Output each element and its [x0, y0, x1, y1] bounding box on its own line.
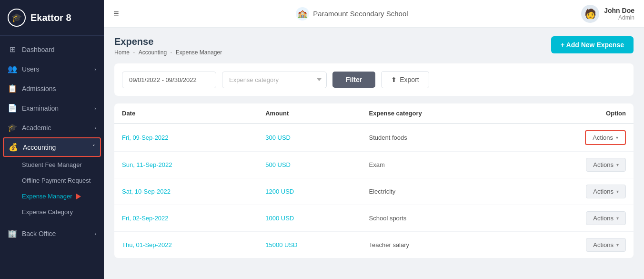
dropdown-arrow-icon: ▾: [616, 189, 619, 194]
export-icon: ⬆: [391, 76, 397, 83]
sidebar-item-student-fee-manager[interactable]: Student Fee Manager: [0, 157, 104, 173]
school-name-area: 🏫 Paramount Secondary School: [129, 7, 576, 21]
table-row: Fri, 09-Sep-2022300 USDStudent foodsActi…: [114, 124, 634, 152]
cell-category: School sports: [362, 205, 511, 232]
expense-table-card: Date Amount Expense category Option Fri,…: [114, 103, 634, 258]
submenu-label: Student Fee Manager: [22, 161, 82, 168]
submenu-label: Expense Category: [22, 208, 73, 216]
examination-icon: 📄: [8, 103, 17, 113]
app-logo[interactable]: 🎓 Ekattor 8: [0, 0, 104, 36]
dropdown-arrow-icon: ▾: [616, 162, 619, 167]
actions-button[interactable]: Actions ▾: [586, 211, 626, 225]
cell-actions: Actions ▾: [511, 178, 634, 205]
cell-date[interactable]: Thu, 01-Sep-2022: [114, 232, 258, 258]
cell-date[interactable]: Sun, 11-Sep-2022: [114, 152, 258, 178]
chevron-right-icon: ›: [94, 125, 96, 131]
table-row: Thu, 01-Sep-202215000 USDTeacher salaryA…: [114, 232, 634, 258]
cell-actions: Actions ▾: [511, 124, 634, 152]
actions-button[interactable]: Actions ▾: [586, 158, 626, 172]
sidebar-item-dashboard[interactable]: ⊞ Dashboard: [0, 40, 104, 59]
amount-value: 300 USD: [265, 134, 291, 141]
school-icon: 🏫: [296, 7, 309, 21]
cell-amount: 15000 USD: [258, 232, 361, 258]
breadcrumb-home: Home: [114, 49, 130, 56]
cell-amount: 1200 USD: [258, 178, 361, 205]
app-name: Ekattor 8: [30, 12, 71, 23]
sidebar-item-label: Academic: [22, 124, 51, 132]
filter-button[interactable]: Filter: [332, 72, 375, 88]
sidebar-item-back-office[interactable]: 🏢 Back Office ›: [0, 224, 104, 243]
sidebar-item-label: Admissions: [22, 85, 56, 93]
col-amount: Amount: [258, 103, 361, 124]
amount-value: 1000 USD: [265, 215, 294, 222]
back-office-icon: 🏢: [8, 229, 17, 238]
sidebar-item-label: Dashboard: [22, 46, 55, 53]
cell-actions: Actions ▾: [511, 152, 634, 178]
sidebar-item-academic[interactable]: 🎓 Academic ›: [0, 118, 104, 137]
actions-button[interactable]: Actions ▾: [586, 185, 626, 198]
users-icon: 👥: [8, 64, 17, 73]
sidebar-item-accounting[interactable]: 💰 Accounting ˅: [3, 137, 101, 157]
sidebar-item-admissions[interactable]: 📋 Admissions: [0, 79, 104, 98]
admissions-icon: 📋: [8, 84, 17, 93]
active-arrow-icon: [76, 194, 81, 199]
logo-icon: 🎓: [8, 9, 26, 27]
user-profile[interactable]: 🧑 John Doe Admin: [581, 5, 634, 23]
page-title-area: Expense Home - Accounting - Expense Mana…: [114, 36, 222, 56]
actions-button[interactable]: Actions ▾: [586, 238, 626, 252]
col-category: Expense category: [362, 103, 511, 124]
chevron-right-icon: ›: [94, 231, 96, 237]
sidebar-item-expense-manager[interactable]: Expense Manager: [0, 188, 104, 204]
sidebar-menu: ⊞ Dashboard 👥 Users › 📋 Admissions 📄 Exa…: [0, 36, 104, 279]
date-link[interactable]: Fri, 02-Sep-2022: [122, 215, 169, 222]
table-row: Fri, 02-Sep-20221000 USDSchool sportsAct…: [114, 205, 634, 232]
actions-button[interactable]: Actions ▾: [585, 130, 626, 145]
user-role: Admin: [604, 14, 634, 21]
date-link[interactable]: Sat, 10-Sep-2022: [122, 188, 171, 195]
dropdown-arrow-icon: ▾: [616, 135, 618, 140]
chevron-right-icon: ›: [94, 105, 96, 111]
hamburger-button[interactable]: ≡: [113, 8, 119, 19]
breadcrumb-current: Expense Manager: [176, 49, 222, 56]
topbar: ≡ 🏫 Paramount Secondary School 🧑 John Do…: [104, 0, 644, 28]
date-link[interactable]: Thu, 01-Sep-2022: [122, 241, 172, 248]
table-header: Date Amount Expense category Option: [114, 103, 634, 124]
date-range-input[interactable]: [122, 72, 216, 88]
category-select[interactable]: Expense category: [222, 72, 327, 88]
page-title: Expense: [114, 36, 222, 47]
amount-value: 500 USD: [265, 161, 291, 168]
add-new-expense-button[interactable]: + Add New Expense: [551, 36, 634, 53]
sidebar: 🎓 Ekattor 8 ⊞ Dashboard 👥 Users › 📋 Admi…: [0, 0, 104, 279]
amount-value: 15000 USD: [265, 241, 297, 248]
export-button[interactable]: ⬆ Export: [381, 71, 429, 88]
table-row: Sun, 11-Sep-2022500 USDExamActions ▾: [114, 152, 634, 178]
cell-actions: Actions ▾: [511, 232, 634, 258]
cell-category: Electricity: [362, 178, 511, 205]
chevron-down-icon: ˅: [92, 144, 95, 150]
academic-icon: 🎓: [8, 123, 17, 132]
date-link[interactable]: Fri, 09-Sep-2022: [122, 134, 169, 141]
sidebar-item-expense-category[interactable]: Expense Category: [0, 204, 104, 220]
cell-amount: 500 USD: [258, 152, 361, 178]
cell-amount: 1000 USD: [258, 205, 361, 232]
cell-date[interactable]: Fri, 02-Sep-2022: [114, 205, 258, 232]
date-link[interactable]: Sun, 11-Sep-2022: [122, 161, 172, 168]
filter-row: Expense category Filter ⬆ Export: [114, 63, 634, 96]
sidebar-item-offline-payment-request[interactable]: Offline Payment Request: [0, 173, 104, 188]
expense-table: Date Amount Expense category Option Fri,…: [114, 103, 634, 258]
cell-category: Exam: [362, 152, 511, 178]
cell-actions: Actions ▾: [511, 205, 634, 232]
dashboard-icon: ⊞: [8, 45, 17, 54]
category-select-wrapper: Expense category: [222, 72, 327, 88]
sidebar-item-users[interactable]: 👥 Users ›: [0, 59, 104, 79]
table-body: Fri, 09-Sep-2022300 USDStudent foodsActi…: [114, 124, 634, 258]
sidebar-item-examination[interactable]: 📄 Examination ›: [0, 98, 104, 118]
breadcrumb-sep2: -: [170, 49, 173, 56]
cell-category: Student foods: [362, 124, 511, 152]
sidebar-item-label: Users: [22, 65, 40, 73]
submenu-label: Expense Manager: [22, 193, 72, 200]
dropdown-arrow-icon: ▾: [616, 242, 619, 248]
chevron-right-icon: ›: [94, 66, 96, 72]
cell-date[interactable]: Sat, 10-Sep-2022: [114, 178, 258, 205]
cell-date[interactable]: Fri, 09-Sep-2022: [114, 124, 258, 152]
